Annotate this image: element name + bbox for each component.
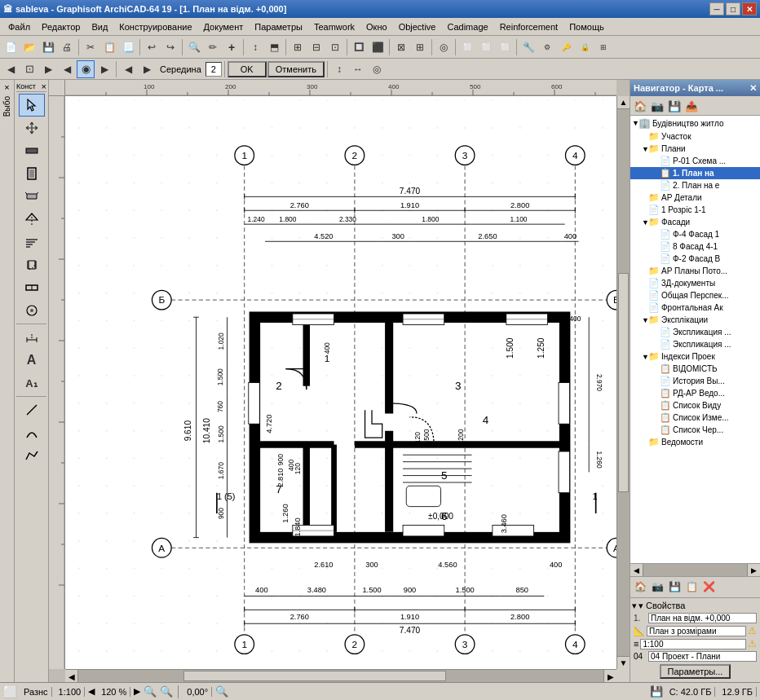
tb-save[interactable]: 💾: [39, 38, 57, 56]
nav-btn-close[interactable]: ❌: [700, 579, 717, 595]
tree-item-rd-ar[interactable]: 📋 РД-АР Ведо...: [630, 387, 760, 399]
tool-dimension[interactable]: [19, 326, 45, 349]
tree-item-ar-plany[interactable]: 📁 АР Планы Пото...: [630, 265, 760, 277]
tree-item-8f[interactable]: 📄 8 Фасад 4-1: [630, 240, 760, 253]
tb2-arrow-left2[interactable]: ◀: [58, 60, 76, 78]
tb-settings[interactable]: 🔧: [519, 38, 537, 56]
tool-text[interactable]: A: [19, 349, 45, 372]
tree-item-istoriya[interactable]: 📄 История Вы...: [630, 375, 760, 387]
tree-item-spys-vyd[interactable]: 📋 Список Виду: [630, 399, 760, 412]
menu-construct[interactable]: Конструирование: [114, 20, 197, 33]
toolbox-close[interactable]: ×: [42, 81, 46, 91]
menu-edit[interactable]: Редактор: [37, 20, 85, 33]
tool-move[interactable]: [19, 117, 45, 139]
menu-document[interactable]: Документ: [199, 20, 249, 33]
tree-item-root[interactable]: ▼ 🏢 Будівництво житло: [630, 116, 760, 130]
tb-view1[interactable]: 🔲: [350, 38, 368, 56]
nav-btn-1[interactable]: 🏠: [632, 579, 648, 595]
tb-resize[interactable]: ↕: [246, 38, 264, 56]
ok-button[interactable]: OK: [228, 61, 267, 77]
scroll-right-button[interactable]: ▶: [603, 670, 616, 682]
tb-paste[interactable]: 📃: [119, 38, 137, 56]
properties-header[interactable]: ▾ ▾ Свойства: [632, 600, 758, 612]
nav-home-btn[interactable]: 🏠: [632, 98, 648, 114]
tree-item-ucastok[interactable]: 📁 Участок: [630, 130, 760, 143]
nav-btn-4[interactable]: 📋: [683, 579, 700, 595]
tree-item-3d-docs[interactable]: 📄 3Д-документы: [630, 277, 760, 289]
tree-item-spys-ch[interactable]: 📋 Список Чер...: [630, 424, 760, 436]
menu-file[interactable]: Файл: [3, 20, 35, 33]
nav-export-btn[interactable]: 📤: [683, 98, 700, 114]
status-zoom-in[interactable]: 🔍: [144, 685, 157, 698]
tb2-select[interactable]: ⊡: [20, 60, 38, 78]
canvas-area[interactable]: 100 200 300 400 500 600: [49, 80, 630, 682]
tb-r3[interactable]: ⬜: [496, 38, 514, 56]
status-zoom-prev[interactable]: ◀: [88, 686, 95, 697]
menu-cadimage[interactable]: Cadimage: [442, 20, 493, 33]
tb-r1[interactable]: ⬜: [458, 38, 476, 56]
status-zoom-out[interactable]: 🔍: [160, 685, 173, 698]
tb-redo[interactable]: ↪: [161, 38, 179, 56]
panel-close-button[interactable]: ✕: [749, 83, 757, 94]
tb2-next[interactable]: ▶: [138, 60, 156, 78]
tree-item-plany[interactable]: ▼ 📁 Плани: [630, 143, 760, 155]
prop-value-project[interactable]: 04 Проект - Плани: [648, 651, 757, 662]
tool-label[interactable]: A₁: [19, 372, 45, 394]
nav-save-btn[interactable]: 💾: [666, 98, 683, 114]
tb-extra1[interactable]: ⚙: [538, 38, 556, 56]
panel-scroll-h[interactable]: ◀ ▶: [630, 563, 760, 576]
status-zoom[interactable]: 120 %: [98, 687, 130, 697]
tb2-extra1[interactable]: ↕: [330, 60, 348, 78]
nav-btn-2[interactable]: 📷: [649, 579, 665, 595]
scroll-up-button[interactable]: ▲: [617, 96, 630, 109]
tree-item-f2[interactable]: 📄 Ф-2 Фасад В: [630, 253, 760, 265]
tool-arc[interactable]: [19, 421, 45, 444]
tool-column[interactable]: [19, 162, 45, 185]
tree-expand-root[interactable]: ▼: [632, 119, 638, 127]
prop-value-1[interactable]: План на відм. +0,000: [648, 613, 757, 623]
tool-line[interactable]: [19, 398, 45, 421]
scroll-left-button[interactable]: ◀: [65, 670, 78, 682]
status-angle[interactable]: 0,00°: [183, 687, 212, 697]
tb-print[interactable]: 🖨: [58, 38, 76, 56]
params-button[interactable]: Параметры...: [660, 664, 731, 679]
tree-item-vidomist[interactable]: 📋 ВІДОМІСТЬ: [630, 363, 760, 375]
tb-snap[interactable]: ⊟: [307, 38, 325, 56]
menu-reinforcement[interactable]: Reinforcement: [495, 20, 563, 33]
tree-item-rozriz[interactable]: 📄 1 Розріс 1-1: [630, 204, 760, 216]
status-zoom-mag[interactable]: 🔍: [215, 685, 228, 698]
scroll-thumb-v[interactable]: [618, 273, 629, 491]
nav-camera-btn[interactable]: 📷: [649, 98, 665, 114]
middle-value[interactable]: 2: [205, 62, 222, 77]
tb2-extra2[interactable]: ↔: [349, 60, 367, 78]
panel-scroll-track[interactable]: [643, 564, 747, 576]
tb-find[interactable]: 🔍: [185, 38, 203, 56]
tb-extra2[interactable]: 🔑: [557, 38, 575, 56]
tool-slab[interactable]: [19, 185, 45, 208]
scroll-track-v[interactable]: [617, 109, 630, 656]
close-button[interactable]: ✕: [742, 2, 757, 15]
tool-roof[interactable]: [19, 208, 45, 231]
menu-objective[interactable]: Objective: [394, 20, 441, 33]
tree-item-explik[interactable]: ▼ 📁 Эксплікации: [630, 314, 760, 326]
tool-window[interactable]: [19, 276, 45, 299]
tb2-select2[interactable]: ◉: [77, 60, 95, 78]
tb-filter[interactable]: ⊠: [392, 38, 410, 56]
tb-r2[interactable]: ⬜: [477, 38, 495, 56]
tree-item-plan2[interactable]: 📄 2. План на е: [630, 179, 760, 192]
tree-item-f4[interactable]: 📄 Ф-4 Фасад 1: [630, 228, 760, 240]
tb2-arrow-left[interactable]: ◀: [2, 60, 20, 78]
tree-item-plan1[interactable]: 📋 1. План на: [630, 167, 760, 179]
tool-wall[interactable]: [19, 139, 45, 162]
menu-window[interactable]: Окно: [361, 20, 392, 33]
tb-new[interactable]: 📄: [2, 38, 20, 56]
tb-edit[interactable]: ✏: [204, 38, 222, 56]
tree-item-r01[interactable]: 📄 Р-01 Схема ...: [630, 155, 760, 167]
tool-object[interactable]: [19, 299, 45, 322]
nav-btn-3[interactable]: 💾: [666, 579, 683, 595]
menu-help[interactable]: Помощь: [564, 20, 609, 33]
tree-item-obshaya[interactable]: 📄 Общая Перспек...: [630, 289, 760, 302]
tool-select[interactable]: [19, 94, 45, 117]
tool-stair[interactable]: [19, 231, 45, 253]
tb2-extra3[interactable]: ◎: [368, 60, 386, 78]
